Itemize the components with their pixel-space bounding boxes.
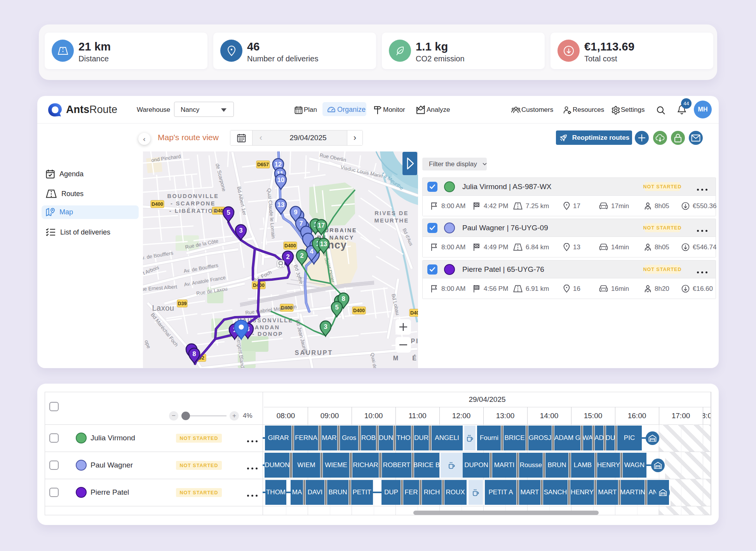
svg-text:9: 9 (294, 209, 297, 216)
svg-text:ncy: ncy (327, 239, 347, 251)
svg-text:D400: D400 (353, 308, 365, 313)
svg-text:3: 3 (324, 323, 327, 330)
svg-text:SAURUPT: SAURUPT (295, 349, 333, 356)
svg-text:- SCARPONE: - SCARPONE (171, 200, 216, 207)
svg-text:Laxou: Laxou (152, 304, 174, 312)
svg-text:13: 13 (277, 201, 284, 208)
svg-text:13: 13 (320, 240, 327, 247)
svg-text:D657: D657 (257, 162, 269, 167)
svg-text:2: 2 (300, 252, 303, 259)
svg-text:5: 5 (226, 209, 230, 216)
svg-text:D400: D400 (152, 202, 163, 207)
svg-text:- DONOP: - DONOP (252, 331, 283, 337)
svg-text:D39: D39 (178, 301, 187, 306)
svg-text:D400: D400 (284, 243, 296, 249)
svg-text:4: 4 (310, 248, 314, 255)
svg-text:BOUDONVILLE: BOUDONVILLE (167, 193, 219, 199)
svg-text:PI: PI (411, 338, 418, 344)
svg-text:12: 12 (275, 161, 282, 168)
svg-text:M: M (393, 355, 399, 362)
svg-text:10: 10 (277, 176, 284, 183)
svg-text:MEURTHE: MEURTHE (374, 217, 409, 224)
svg-text:8: 8 (192, 350, 196, 357)
svg-text:D400: D400 (410, 310, 418, 316)
svg-text:17: 17 (318, 222, 325, 229)
svg-text:5: 5 (335, 304, 338, 311)
svg-text:- LIBÉRATION: - LIBÉRATION (169, 208, 218, 214)
svg-text:É: É (412, 355, 418, 362)
svg-text:RIVES DE: RIVES DE (375, 210, 409, 216)
svg-text:2: 2 (286, 253, 289, 260)
svg-text:8: 8 (341, 295, 345, 302)
svg-text:7: 7 (299, 220, 303, 227)
svg-text:3: 3 (239, 227, 242, 234)
